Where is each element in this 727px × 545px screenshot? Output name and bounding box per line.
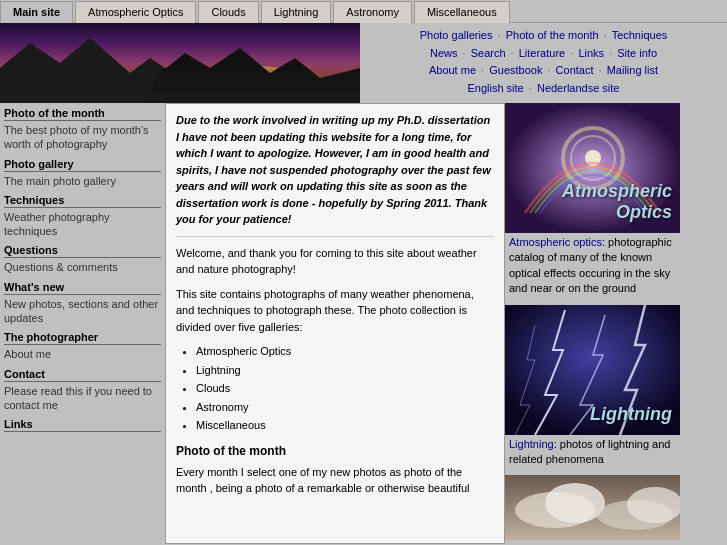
link-lightning-desc[interactable]: Lightning (509, 438, 554, 450)
link-contact[interactable]: Contact (556, 64, 594, 76)
welcome-text: Welcome, and thank you for coming to thi… (176, 245, 494, 278)
tab-clouds[interactable]: Clouds (198, 1, 258, 23)
sidebar-section-links: Links (4, 418, 161, 432)
link-gallery-astronomy[interactable]: Astronomy (196, 401, 249, 413)
atm-optics-overlay-text: AtmosphericOptics (562, 181, 672, 223)
sidebar-section-photo-month: Photo of the month The best photo of my … (4, 107, 161, 152)
link-photo-galleries[interactable]: Photo galleries (420, 29, 493, 41)
main-layout: Photo of the month The best photo of my … (0, 103, 727, 544)
link-links[interactable]: Links (578, 47, 604, 59)
link-techniques[interactable]: Techniques (612, 29, 668, 41)
right-desc-lightning: Lightning: photos of lightning and relat… (505, 435, 680, 472)
sidebar-title-techniques[interactable]: Techniques (4, 194, 161, 208)
content-divider (176, 236, 494, 237)
sidebar-desc-techniques: Weather photography techniques (4, 210, 161, 239)
top-links-row3: About me · Guestbook · Contact · Mailing… (368, 62, 719, 80)
link-site-info[interactable]: Site info (617, 47, 657, 59)
sidebar-section-questions: Questions Questions & comments (4, 244, 161, 274)
link-nederlandse-site[interactable]: Nederlandse site (537, 82, 620, 94)
link-search[interactable]: Search (471, 47, 506, 59)
link-gallery-atm[interactable]: Atmospheric Optics (196, 345, 291, 357)
svg-point-11 (545, 483, 605, 523)
sidebar-section-techniques: Techniques Weather photography technique… (4, 194, 161, 239)
sidebar-title-questions[interactable]: Questions (4, 244, 161, 258)
tab-astronomy[interactable]: Astronomy (333, 1, 412, 23)
link-photo-collection[interactable]: photo collection (379, 304, 455, 316)
link-gallery-clouds[interactable]: Clouds (196, 382, 230, 394)
top-links-row1: Photo galleries · Photo of the month · T… (368, 27, 719, 45)
sidebar-title-links[interactable]: Links (4, 418, 161, 432)
right-image-lightning: Lightning (505, 305, 680, 435)
link-guestbook[interactable]: Guestbook (489, 64, 542, 76)
right-block-clouds (505, 475, 680, 540)
potm-section-title: Photo of the month (176, 442, 494, 460)
center-content: Due to the work involved in writing up m… (165, 103, 505, 544)
sidebar-title-whats-new[interactable]: What's new (4, 281, 161, 295)
top-links-row2: News · Search · Literature · Links · Sit… (368, 45, 719, 63)
right-block-lightning: Lightning Lightning: photos of lightning… (505, 305, 680, 472)
header-image (0, 23, 360, 103)
sidebar-desc-photographer: About me (4, 347, 161, 361)
sidebar-section-contact: Contact Please read this if you need to … (4, 368, 161, 413)
gallery-item-misc: Miscellaneous (196, 417, 494, 434)
link-photo-of-month[interactable]: Photo of the month (506, 29, 599, 41)
tab-miscellaneous[interactable]: Miscellaneous (414, 1, 510, 23)
sidebar-section-photographer: The photographer About me (4, 331, 161, 361)
link-gallery-misc[interactable]: Miscellaneous (196, 419, 266, 431)
top-links-row4: English site · Nederlandse site (368, 80, 719, 98)
sidebar-section-photo-gallery: Photo gallery The main photo gallery (4, 158, 161, 188)
sidebar-section-whats-new: What's new New photos, sections and othe… (4, 281, 161, 326)
sidebar-desc-contact: Please read this if you need to contact … (4, 384, 161, 413)
link-mailing-list[interactable]: Mailing list (607, 64, 658, 76)
sidebar-title-photo-month[interactable]: Photo of the month (4, 107, 161, 121)
gallery-item-atm: Atmospheric Optics (196, 343, 494, 360)
important-notice: Due to the work involved in writing up m… (176, 112, 494, 228)
top-area: Photo galleries · Photo of the month · T… (0, 23, 727, 103)
gallery-list: Atmospheric Optics Lightning Clouds Astr… (176, 343, 494, 434)
right-image-clouds (505, 475, 680, 540)
link-english-site[interactable]: English site (467, 82, 523, 94)
potm-text: Every month I select one of my new photo… (176, 464, 494, 497)
right-desc-atm-optics: Atmospheric optics: photographic catalog… (505, 233, 680, 301)
intro-text: This site contains photographs of many w… (176, 286, 494, 336)
link-atm-optics-desc[interactable]: Atmospheric optics (509, 236, 602, 248)
right-image-atm-optics: AtmosphericOptics (505, 103, 680, 233)
potm-text-before: Every month I select one of my new photo… (176, 466, 401, 478)
nav-tabs: Main site Atmospheric Optics Clouds Ligh… (0, 0, 727, 23)
gallery-item-lightning: Lightning (196, 362, 494, 379)
link-about-me[interactable]: About me (429, 64, 476, 76)
sidebar-desc-photo-month: The best photo of my month's worth of ph… (4, 123, 161, 152)
sidebar-desc-whats-new: New photos, sections and other updates (4, 297, 161, 326)
svg-point-1 (225, 66, 295, 90)
top-links: Photo galleries · Photo of the month · T… (360, 23, 727, 103)
potm-text-after: , being a photo of a remarkable or other… (210, 482, 470, 494)
tab-main-site[interactable]: Main site (0, 1, 73, 23)
right-block-atm-optics: AtmosphericOptics Atmospheric optics: ph… (505, 103, 680, 301)
gallery-item-astronomy: Astronomy (196, 399, 494, 416)
link-literature[interactable]: Literature (519, 47, 565, 59)
link-gallery-lightning[interactable]: Lightning (196, 364, 241, 376)
sidebar-desc-photo-gallery: The main photo gallery (4, 174, 161, 188)
link-news[interactable]: News (430, 47, 458, 59)
sidebar-desc-questions: Questions & comments (4, 260, 161, 274)
tab-lightning[interactable]: Lightning (261, 1, 332, 23)
right-panel: AtmosphericOptics Atmospheric optics: ph… (505, 103, 680, 544)
sidebar: Photo of the month The best photo of my … (0, 103, 165, 544)
tab-atmospheric-optics[interactable]: Atmospheric Optics (75, 1, 196, 23)
sidebar-title-photo-gallery[interactable]: Photo gallery (4, 158, 161, 172)
sidebar-title-contact[interactable]: Contact (4, 368, 161, 382)
sidebar-title-photographer[interactable]: The photographer (4, 331, 161, 345)
gallery-item-clouds: Clouds (196, 380, 494, 397)
svg-rect-0 (0, 23, 360, 103)
lightning-overlay-text: Lightning (590, 404, 672, 425)
